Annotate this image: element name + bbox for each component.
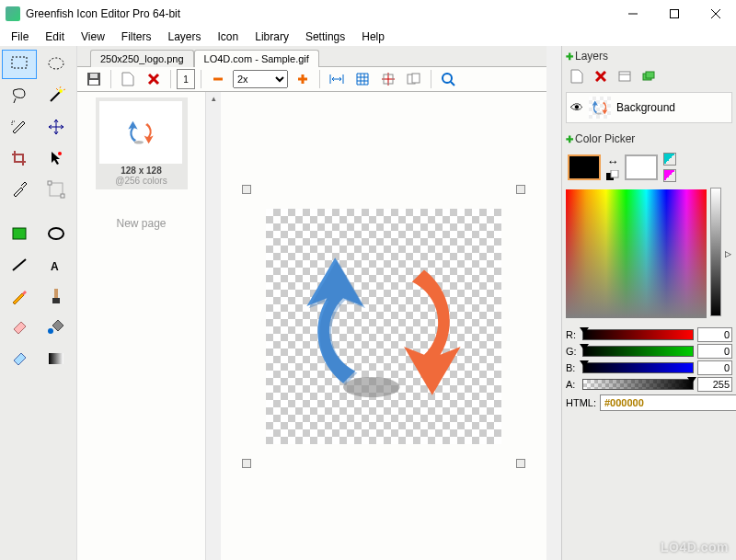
default-colors-icon[interactable] — [606, 170, 619, 181]
svg-text:A: A — [51, 260, 59, 273]
layer-props-button[interactable] — [614, 66, 636, 86]
background-color[interactable] — [625, 154, 658, 180]
tool-crop[interactable] — [2, 143, 37, 173]
tool-gradient-eraser[interactable] — [2, 344, 37, 373]
tool-rect-select[interactable] — [2, 50, 37, 79]
tool-brush[interactable] — [39, 281, 74, 311]
tool-fill[interactable] — [39, 313, 74, 342]
frame-number[interactable]: 1 — [177, 69, 195, 89]
swatch-a[interactable] — [663, 153, 676, 166]
swap-colors-icon[interactable]: ↔ — [607, 154, 619, 168]
layers-panel-header[interactable]: ✚Layers — [566, 48, 732, 64]
tool-pencil-select[interactable] — [2, 112, 37, 142]
tab-file-2[interactable]: LO4D.com - Sample.gif — [194, 50, 319, 67]
center-button[interactable] — [377, 69, 399, 89]
menu-library[interactable]: Library — [247, 29, 296, 45]
red-slider[interactable] — [582, 329, 694, 340]
b-label: B: — [566, 362, 579, 373]
tool-line[interactable] — [2, 250, 37, 280]
svg-point-15 — [49, 228, 63, 239]
tool-rectangle[interactable] — [2, 219, 37, 248]
tool-lasso[interactable] — [2, 81, 37, 110]
new-layer-button[interactable] — [566, 66, 588, 86]
menu-layers[interactable]: Layers — [161, 29, 209, 45]
menu-filters[interactable]: Filters — [114, 29, 159, 45]
maximize-button[interactable] — [653, 0, 695, 28]
html-color-input[interactable] — [600, 394, 736, 411]
tool-move[interactable] — [39, 112, 74, 142]
menu-icon[interactable]: Icon — [211, 29, 247, 45]
visibility-icon[interactable]: 👁 — [570, 100, 583, 115]
svg-line-8 — [51, 92, 60, 101]
svg-rect-12 — [48, 181, 52, 185]
canvas-area[interactable] — [221, 92, 546, 560]
merge-layers-button[interactable] — [638, 66, 660, 86]
tool-text[interactable]: A — [39, 250, 74, 280]
tool-frame[interactable] — [39, 175, 74, 204]
blue-input[interactable] — [697, 360, 732, 375]
menu-edit[interactable]: Edit — [38, 29, 72, 45]
color-picker-header[interactable]: ✚Color Picker — [566, 131, 732, 147]
page-colors: @256 colors — [99, 176, 184, 186]
expand-icon[interactable]: ▷ — [725, 249, 731, 258]
delete-layer-button[interactable] — [590, 66, 612, 86]
layer-name: Background — [616, 101, 675, 114]
canvas-scrollbar[interactable] — [546, 46, 561, 560]
tool-pointer[interactable] — [39, 143, 74, 173]
r-label: R: — [566, 329, 579, 340]
tab-file-1[interactable]: 250x250_logo.png — [90, 50, 194, 67]
layer-item[interactable]: 👁 Background — [566, 92, 732, 123]
preview-zoom-button[interactable] — [437, 69, 459, 89]
app-icon — [6, 6, 20, 21]
blue-slider[interactable] — [582, 362, 694, 373]
delete-button[interactable] — [143, 69, 165, 89]
page-thumbnail[interactable]: 128 x 128 @256 colors — [96, 97, 188, 189]
green-slider[interactable] — [582, 346, 694, 357]
save-button[interactable] — [83, 69, 105, 89]
tool-ellipse[interactable] — [39, 219, 74, 248]
green-input[interactable] — [697, 344, 732, 359]
tool-eyedropper[interactable] — [2, 175, 37, 204]
window-title: Greenfish Icon Editor Pro 64-bit — [26, 7, 612, 20]
canvas[interactable] — [266, 209, 501, 444]
menu-view[interactable]: View — [74, 29, 112, 45]
tool-pencil[interactable] — [2, 281, 37, 311]
color-field[interactable] — [566, 189, 707, 318]
html-label: HTML: — [566, 397, 596, 408]
close-button[interactable] — [695, 0, 736, 28]
luminance-slider[interactable] — [710, 188, 721, 316]
tool-eraser[interactable] — [2, 313, 37, 342]
a-label: A: — [566, 379, 579, 390]
pages-scrollbar[interactable]: ▴ — [206, 92, 221, 560]
red-input[interactable] — [697, 327, 732, 342]
svg-point-10 — [58, 152, 62, 155]
svg-line-35 — [451, 82, 454, 86]
svg-rect-43 — [611, 170, 618, 177]
zoom-out-button[interactable] — [207, 69, 229, 89]
menu-file[interactable]: File — [4, 29, 36, 45]
new-page-button[interactable] — [117, 69, 139, 89]
zoom-in-button[interactable] — [292, 69, 314, 89]
svg-rect-33 — [412, 74, 420, 83]
menu-settings[interactable]: Settings — [298, 29, 352, 45]
pages-panel: 128 x 128 @256 colors New page — [77, 92, 206, 560]
document-toolbar: 1 2x — [77, 66, 546, 92]
page-dimensions: 128 x 128 — [99, 166, 184, 176]
zoom-select[interactable]: 2x — [233, 70, 288, 88]
alpha-slider[interactable] — [582, 379, 694, 390]
new-page-link[interactable]: New page — [83, 217, 200, 230]
pages-button[interactable] — [403, 69, 425, 89]
tool-wand[interactable] — [39, 81, 74, 110]
foreground-color[interactable] — [568, 154, 601, 180]
fit-width-button[interactable] — [326, 69, 348, 89]
tool-ellipse-select[interactable] — [39, 50, 74, 79]
alpha-input[interactable] — [697, 377, 732, 392]
svg-rect-14 — [13, 228, 26, 239]
grid-button[interactable] — [351, 69, 374, 89]
layer-thumbnail — [589, 97, 611, 119]
g-label: G: — [566, 346, 579, 357]
minimize-button[interactable] — [612, 0, 653, 28]
swatch-b[interactable] — [663, 169, 676, 182]
tool-gradient[interactable] — [39, 344, 74, 373]
menu-help[interactable]: Help — [354, 29, 392, 45]
